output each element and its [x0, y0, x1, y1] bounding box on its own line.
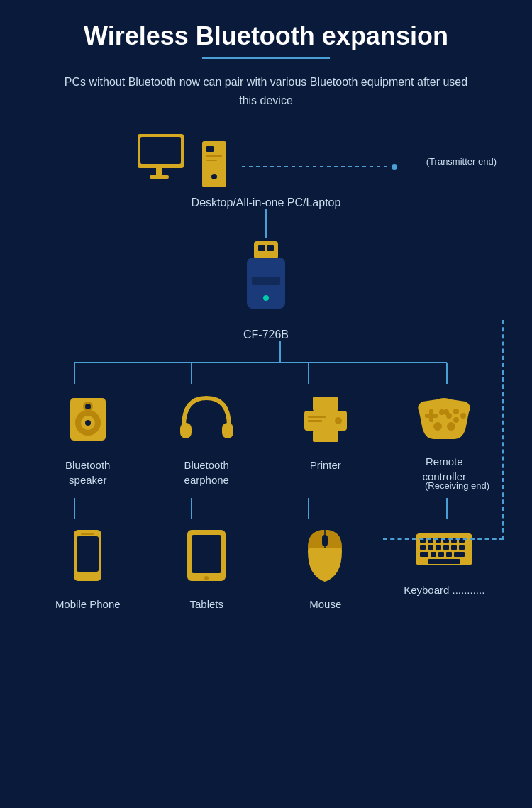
svg-point-10	[392, 164, 397, 170]
device-keyboard: Keyboard ...........	[394, 526, 494, 597]
pc-label: Desktop/All-in-one PC/Laptop	[192, 197, 341, 209]
svg-rect-63	[428, 538, 433, 543]
printer-icon	[297, 391, 354, 450]
branch-connector-2	[14, 498, 532, 519]
svg-rect-31	[313, 397, 338, 411]
svg-point-47	[443, 409, 449, 415]
devices-row-1: Bluetoothspeaker Bluetoothearphone	[14, 391, 518, 487]
svg-rect-65	[443, 538, 449, 543]
svg-rect-15	[252, 277, 280, 285]
svg-rect-72	[451, 545, 457, 550]
page-title: Wireless Bluetooth expansion	[14, 21, 518, 51]
pc-icon	[134, 131, 228, 191]
branch-wrapper: Bluetoothspeaker Bluetoothearphone	[14, 341, 518, 611]
speaker-label: Bluetoothspeaker	[65, 458, 110, 487]
svg-point-35	[335, 417, 342, 424]
svg-rect-55	[81, 533, 94, 535]
svg-rect-62	[420, 538, 426, 543]
phone-icon	[68, 526, 107, 590]
device-remote-controller: Remotecontroller	[394, 391, 494, 484]
svg-rect-71	[443, 545, 449, 550]
svg-rect-11	[254, 241, 278, 259]
tower-icon	[201, 138, 228, 191]
svg-rect-78	[454, 552, 465, 557]
svg-rect-75	[431, 552, 436, 557]
speaker-icon	[60, 391, 116, 450]
svg-rect-8	[206, 160, 217, 161]
svg-rect-39	[429, 409, 433, 422]
monitor-icon	[134, 131, 198, 191]
keyboard-label: Keyboard ...........	[404, 582, 484, 597]
svg-point-6	[211, 174, 217, 179]
svg-rect-7	[206, 155, 222, 157]
svg-rect-37	[308, 420, 322, 422]
mouse-icon	[302, 526, 348, 590]
svg-rect-77	[446, 552, 452, 557]
svg-point-40	[453, 409, 459, 414]
svg-rect-4	[202, 141, 226, 187]
svg-rect-1	[140, 137, 181, 164]
svg-rect-76	[438, 552, 444, 557]
devices-row-2: Mobile Phone Tablets	[14, 526, 518, 611]
controller-label: Remotecontroller	[422, 454, 466, 484]
svg-rect-64	[436, 538, 441, 543]
svg-rect-34	[313, 431, 338, 442]
svg-point-16	[263, 295, 269, 301]
tablet-icon	[182, 526, 231, 590]
device-bluetooth-earphone: Bluetoothearphone	[157, 391, 256, 487]
device-mobile-phone: Mobile Phone	[38, 526, 138, 611]
svg-rect-2	[156, 168, 162, 175]
title-underline	[202, 57, 330, 59]
svg-rect-12	[258, 245, 265, 251]
svg-rect-79	[428, 559, 460, 564]
pc-section: (Transmitter end) Desktop/All-in-one PC/…	[14, 131, 518, 209]
usb-section: CF-726B	[14, 238, 518, 341]
svg-rect-5	[206, 146, 214, 152]
svg-point-42	[453, 417, 459, 423]
svg-point-41	[460, 413, 466, 419]
keyboard-icon	[412, 526, 476, 575]
svg-rect-69	[428, 545, 433, 550]
svg-rect-3	[150, 175, 169, 179]
svg-rect-67	[459, 538, 465, 543]
tablet-label: Tablets	[189, 597, 223, 611]
svg-rect-13	[267, 245, 274, 251]
svg-point-26	[85, 420, 91, 426]
svg-rect-30	[222, 423, 233, 438]
earphone-icon	[177, 391, 237, 450]
device-mouse: Mouse	[276, 526, 375, 611]
printer-label: Printer	[310, 458, 341, 472]
dotted-line-h	[242, 163, 398, 170]
usb-label: CF-726B	[243, 328, 289, 341]
transmitter-label: (Transmitter end)	[426, 155, 497, 166]
svg-rect-70	[436, 545, 441, 550]
mouse-label: Mouse	[309, 597, 341, 611]
svg-rect-29	[180, 423, 192, 438]
svg-rect-74	[420, 552, 428, 557]
svg-rect-36	[308, 416, 326, 418]
device-tablets: Tablets	[157, 526, 256, 611]
phone-label: Mobile Phone	[55, 597, 121, 611]
device-printer: Printer	[276, 391, 375, 472]
pc-icon-row: (Transmitter end)	[14, 131, 518, 191]
svg-rect-73	[459, 545, 465, 550]
earphone-label: Bluetoothearphone	[184, 458, 229, 487]
svg-point-45	[447, 422, 455, 431]
svg-point-58	[204, 576, 209, 580]
svg-rect-57	[192, 535, 221, 573]
svg-rect-53	[77, 536, 99, 572]
svg-rect-68	[420, 545, 426, 550]
device-bluetooth-speaker: Bluetoothspeaker	[38, 391, 138, 487]
svg-point-44	[433, 422, 442, 431]
branch-connector	[14, 341, 532, 384]
connector-pc-usb	[265, 209, 267, 238]
usb-device-icon	[234, 238, 298, 323]
subtitle: PCs without Bluetooth now can pair with …	[14, 73, 518, 109]
svg-point-28	[85, 404, 91, 409]
svg-rect-66	[451, 538, 457, 543]
controller-icon	[412, 391, 476, 447]
